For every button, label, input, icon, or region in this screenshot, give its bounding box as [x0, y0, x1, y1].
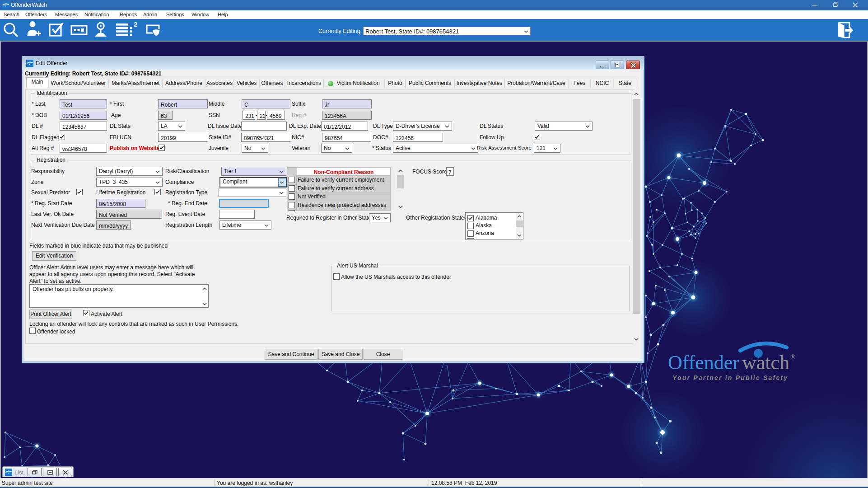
svg-text:2: 2 — [134, 20, 137, 28]
svg-text:watch: watch — [742, 352, 789, 374]
svg-text:Your Partner in Public Safety: Your Partner in Public Safety — [672, 374, 788, 381]
svg-text:®: ® — [790, 353, 795, 361]
svg-text:Offender: Offender — [668, 352, 739, 374]
